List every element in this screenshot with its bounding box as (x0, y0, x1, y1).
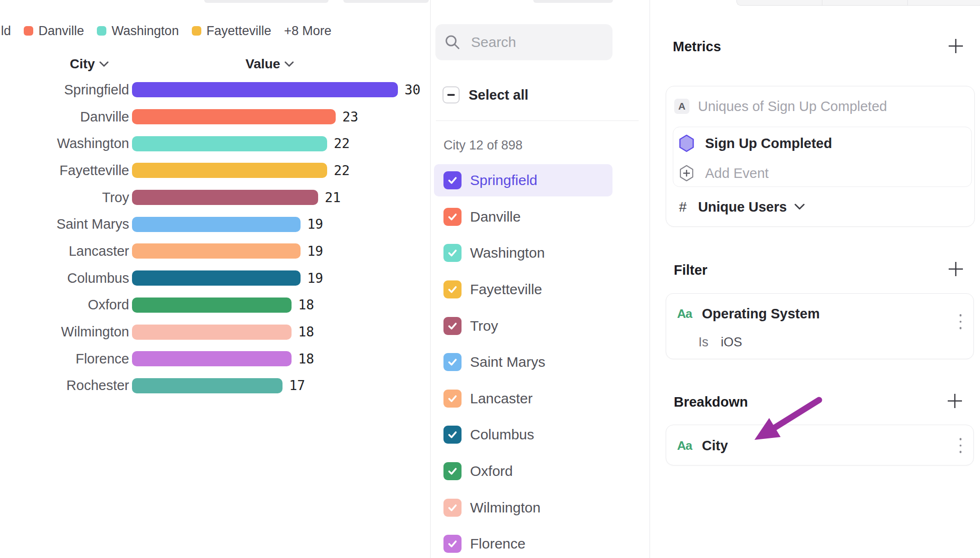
legend-swatch (97, 26, 106, 36)
bar[interactable] (132, 243, 301, 259)
bar-value: 22 (334, 163, 350, 178)
legend-swatch (24, 26, 33, 36)
plus-icon (948, 38, 964, 54)
city-row-fayetteville[interactable]: Fayetteville (430, 271, 650, 308)
check-icon (446, 538, 459, 550)
list-divider (436, 121, 639, 121)
plus-icon (948, 261, 964, 277)
check-icon (446, 174, 459, 186)
bar-category-label: Springfield (0, 82, 129, 98)
city-label: Lancaster (470, 391, 533, 407)
bar-category-label: Danville (0, 109, 129, 125)
city-checkbox[interactable] (443, 244, 462, 262)
bar[interactable] (132, 82, 398, 97)
legend-item[interactable]: Danville (24, 24, 84, 38)
city-checkbox[interactable] (443, 280, 462, 298)
bar[interactable] (132, 217, 301, 232)
bar[interactable] (132, 270, 301, 286)
bar[interactable] (132, 190, 318, 205)
bar-category-label: Oxford (0, 297, 129, 313)
city-checkbox[interactable] (443, 499, 462, 517)
breakdown-property-row[interactable]: Aa City (677, 437, 728, 454)
city-row-washington[interactable]: Washington (430, 235, 650, 271)
city-checkbox[interactable] (443, 208, 462, 226)
bar[interactable] (132, 378, 283, 393)
check-icon (446, 465, 459, 477)
event-row[interactable]: Sign Up Completed (678, 134, 832, 153)
add-event-row[interactable]: Add Event (679, 164, 769, 182)
legend-cutoff-fragment: ld (1, 24, 11, 38)
legend-item[interactable]: Fayetteville (192, 24, 272, 38)
add-metric-button[interactable] (948, 38, 964, 54)
legend-more-button[interactable]: +8 More (284, 24, 331, 38)
city-label: Saint Marys (470, 354, 545, 370)
metric-card[interactable]: A Uniques of Sign Up Completed Sign Up C… (666, 86, 975, 227)
legend-item[interactable]: Washington (97, 24, 179, 38)
select-all-label: Select all (469, 87, 528, 103)
city-checkbox[interactable] (443, 353, 462, 371)
add-filter-button[interactable] (948, 261, 964, 277)
chart-row: Florence18 (0, 345, 430, 372)
select-all-checkbox[interactable] (443, 86, 460, 103)
chart-row: Springfield30 (0, 76, 430, 103)
city-label: Wilmington (470, 500, 540, 516)
chart-row: Saint Marys19 (0, 211, 430, 238)
city-row-danville[interactable]: Danville (430, 199, 650, 235)
breakdown-heading: Breakdown (674, 394, 748, 410)
measure-selector[interactable]: # Unique Users (679, 198, 805, 215)
chart-row: Lancaster19 (0, 238, 430, 265)
bar-category-label: Columbus (0, 270, 129, 286)
bar-category-label: Fayetteville (0, 163, 129, 178)
add-breakdown-button[interactable] (947, 393, 963, 409)
measure-label: Unique Users (698, 199, 787, 215)
filter-property-row[interactable]: Aa Operating System (677, 306, 820, 322)
city-checkbox[interactable] (443, 535, 462, 553)
city-checkbox[interactable] (443, 390, 462, 408)
search-input[interactable] (470, 34, 605, 51)
bar-value: 19 (307, 243, 323, 259)
city-row-columbus[interactable]: Columbus (430, 417, 650, 453)
city-row-saint-marys[interactable]: Saint Marys (430, 344, 650, 381)
string-property-icon: Aa (677, 438, 692, 453)
search-box[interactable] (435, 24, 612, 60)
city-row-troy[interactable]: Troy (430, 307, 650, 344)
bar[interactable] (132, 163, 327, 178)
city-label: Columbus (470, 427, 534, 443)
city-count-label: City 12 of 898 (443, 138, 523, 153)
check-icon (446, 356, 459, 368)
segment-divider (907, 0, 908, 5)
city-checkbox[interactable] (443, 462, 462, 480)
city-checkbox[interactable] (443, 171, 462, 189)
city-row-springfield[interactable]: Springfield (430, 162, 650, 199)
legend-label: Fayetteville (207, 24, 272, 38)
kebab-menu-icon[interactable] (959, 314, 962, 334)
city-row-wilmington[interactable]: Wilmington (430, 489, 650, 526)
filter-condition-row[interactable]: Is iOS (698, 335, 742, 349)
bar[interactable] (132, 298, 292, 313)
city-checkbox[interactable] (443, 317, 462, 335)
bar-category-label: Saint Marys (0, 216, 129, 232)
city-label: Danville (470, 209, 521, 225)
segmented-control-sliver (736, 0, 980, 6)
string-property-icon: Aa (677, 307, 692, 321)
breakdown-card[interactable]: Aa City (666, 425, 974, 465)
bar[interactable] (132, 109, 336, 124)
column-header-value[interactable]: Value (245, 56, 294, 72)
select-all-row[interactable]: Select all (430, 78, 650, 112)
city-label: Fayetteville (470, 281, 542, 298)
city-row-florence[interactable]: Florence (430, 526, 650, 558)
column-header-city[interactable]: City (70, 56, 109, 72)
filter-card[interactable]: Aa Operating System Is iOS (666, 293, 974, 359)
legend-label: Danville (38, 24, 84, 38)
city-row-oxford[interactable]: Oxford (430, 453, 650, 490)
bar-category-label: Washington (0, 136, 129, 151)
bar[interactable] (132, 136, 327, 151)
bar[interactable] (132, 351, 292, 366)
bar-chart: Springfield30Danville23Washington22Fayet… (0, 76, 430, 399)
city-checkbox[interactable] (443, 426, 462, 444)
bar[interactable] (132, 325, 292, 340)
city-row-lancaster[interactable]: Lancaster (430, 381, 650, 417)
kebab-menu-icon[interactable] (959, 438, 962, 457)
bar-value: 17 (289, 378, 305, 393)
column-header-city-label: City (70, 56, 95, 72)
